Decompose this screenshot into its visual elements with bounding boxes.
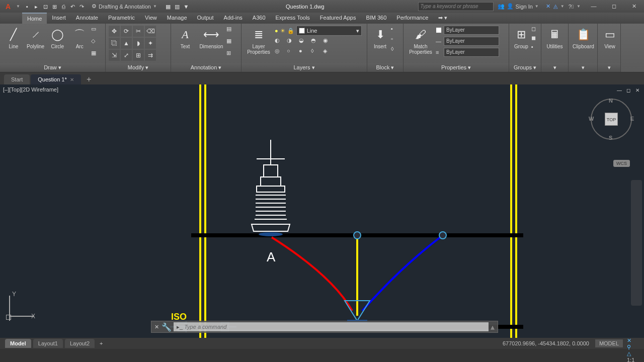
layout-model[interactable]: Model bbox=[5, 339, 31, 348]
layout-1[interactable]: Layout1 bbox=[33, 339, 63, 348]
linetype-select[interactable]: ByLayer bbox=[444, 48, 499, 57]
drawing-canvas[interactable]: [–][Top][2D Wireframe] — ◻ ✕ bbox=[0, 84, 644, 338]
help-icon[interactable]: ?⃝ bbox=[569, 4, 574, 10]
tab-manage[interactable]: Manage bbox=[162, 13, 192, 24]
new-icon[interactable]: ▪ bbox=[23, 3, 31, 11]
panel-clipboard-title[interactable]: ▾ bbox=[569, 63, 597, 72]
tab-addins[interactable]: Add-ins bbox=[219, 13, 248, 24]
layer-mini-1[interactable]: ◐ bbox=[275, 37, 284, 46]
app-menu-dropdown[interactable]: ▼ bbox=[16, 4, 21, 9]
vp-close-icon[interactable]: ✕ bbox=[634, 87, 641, 95]
draw-mini-3[interactable]: ▦ bbox=[91, 50, 102, 61]
viewcube-top[interactable]: TOP bbox=[605, 113, 618, 126]
layer-mini-6[interactable]: ◎ bbox=[275, 48, 284, 57]
offset-icon[interactable]: ⇉ bbox=[145, 50, 156, 61]
tab-express[interactable]: Express Tools bbox=[271, 13, 315, 24]
layer-mini-5[interactable]: ◉ bbox=[323, 37, 332, 46]
viewport-label[interactable]: [–][Top][2D Wireframe] bbox=[3, 86, 58, 93]
3d-toggle[interactable]: △ bbox=[627, 350, 644, 357]
viewcube[interactable]: TOP N S E W bbox=[589, 97, 634, 142]
workspace-switcher[interactable]: ⚙ Drafting & Annotation ▼ bbox=[88, 3, 162, 10]
saveas-icon[interactable]: ⊞ bbox=[50, 3, 58, 11]
close-tab-icon[interactable]: ✕ bbox=[70, 77, 74, 82]
panel-properties-title[interactable]: Properties ▾ bbox=[404, 63, 509, 72]
viewcube-w[interactable]: W bbox=[589, 116, 594, 122]
anno-mini-2[interactable]: ▦ bbox=[226, 38, 237, 49]
block-mini-1[interactable]: ▪ bbox=[391, 26, 400, 35]
cmdline-history-icon[interactable]: ▴ bbox=[491, 322, 498, 332]
tab-annotate[interactable]: Annotate bbox=[71, 13, 103, 24]
block-mini-2[interactable]: ▫ bbox=[391, 36, 400, 45]
layer-mini-7[interactable]: ○ bbox=[287, 48, 296, 57]
panel-block-title[interactable]: Block ▾ bbox=[367, 63, 403, 72]
lineweight-select[interactable]: ByLayer bbox=[444, 37, 499, 46]
dimension-tool[interactable]: ⟷Dimension bbox=[197, 26, 225, 50]
command-input[interactable]: ▸_ Type a command bbox=[174, 322, 489, 331]
signin-link[interactable]: Sign In bbox=[516, 4, 533, 10]
panel-layers-title[interactable]: Layers ▾ bbox=[242, 63, 367, 72]
layer-mini-2[interactable]: ◑ bbox=[287, 37, 296, 46]
arc-tool[interactable]: ⌒Arc bbox=[69, 26, 90, 50]
polyline-tool[interactable]: ⟋Polyline bbox=[25, 26, 46, 50]
tab-extra[interactable]: ➡ ▾ bbox=[433, 13, 452, 24]
tab-output[interactable]: Output bbox=[192, 13, 219, 24]
match-properties-tool[interactable]: 🖌Match Properties bbox=[407, 26, 435, 56]
layer-mini-9[interactable]: ◊ bbox=[311, 48, 320, 57]
line-tool[interactable]: ╱Line bbox=[3, 26, 24, 50]
sun-icon[interactable]: ☀ bbox=[280, 28, 285, 34]
open-icon[interactable]: ▸ bbox=[32, 3, 40, 11]
panel-draw-title[interactable]: Draw ▾ bbox=[0, 63, 105, 72]
tab-bim360[interactable]: BIM 360 bbox=[361, 13, 391, 24]
vp-maximize-icon[interactable]: ◻ bbox=[625, 87, 632, 95]
tab-view[interactable]: View bbox=[140, 13, 162, 24]
scale-icon[interactable]: ⤢ bbox=[121, 50, 132, 61]
iso-toggle[interactable]: ✕ bbox=[627, 337, 644, 344]
move-icon[interactable]: ✥ bbox=[109, 26, 120, 37]
group-mini-3[interactable]: ▪ bbox=[531, 44, 539, 52]
tab-insert[interactable]: Insert bbox=[47, 13, 71, 24]
group-tool[interactable]: ⊞Group bbox=[512, 26, 530, 50]
qat-icon-1[interactable]: ▦ bbox=[164, 3, 172, 11]
space-toggle[interactable]: MODEL bbox=[595, 339, 623, 347]
layer-mini-10[interactable]: ◈ bbox=[323, 48, 332, 57]
qat-icon-2[interactable]: ▥ bbox=[173, 3, 181, 11]
command-line[interactable]: ✕ 🔧 ▸_ Type a command ▴ bbox=[151, 321, 498, 333]
bulb-icon[interactable]: ● bbox=[275, 28, 278, 34]
wcs-badge[interactable]: WCS bbox=[613, 160, 630, 167]
layer-dropdown[interactable]: Line▾ bbox=[296, 26, 362, 36]
add-layout-button[interactable]: + bbox=[97, 340, 106, 346]
cmdline-config-icon[interactable]: 🔧 bbox=[162, 322, 172, 332]
copy-icon[interactable]: ⿻ bbox=[109, 38, 120, 49]
close-button[interactable]: ✕ bbox=[624, 0, 644, 13]
app-logo[interactable]: A bbox=[2, 1, 14, 12]
stretch-icon[interactable]: ⇲ bbox=[109, 50, 120, 61]
erase-icon[interactable]: ⌫ bbox=[145, 26, 156, 37]
trim-icon[interactable]: ✂ bbox=[133, 26, 144, 37]
save-icon[interactable]: ⊡ bbox=[41, 3, 49, 11]
block-mini-3[interactable]: ◊ bbox=[391, 46, 400, 55]
circle-tool[interactable]: ◯Circle bbox=[47, 26, 68, 50]
viewcube-s[interactable]: S bbox=[609, 135, 612, 141]
start-tab[interactable]: Start bbox=[4, 74, 30, 84]
tab-home[interactable]: Home bbox=[22, 13, 47, 24]
layer-mini-4[interactable]: ◓ bbox=[311, 37, 320, 46]
qat-dropdown[interactable]: ▼ bbox=[182, 3, 190, 11]
panel-modify-title[interactable]: Modify ▾ bbox=[106, 63, 171, 72]
a360-icon[interactable]: ◬ bbox=[553, 3, 557, 10]
tab-parametric[interactable]: Parametric bbox=[103, 13, 140, 24]
panel-annotation-title[interactable]: Annotation ▾ bbox=[171, 63, 241, 72]
panel-utilities-title[interactable]: ▾ bbox=[541, 63, 568, 72]
explode-icon[interactable]: ✦ bbox=[145, 38, 156, 49]
dyn-toggle[interactable]: 1:1 bbox=[627, 357, 644, 362]
text-tool[interactable]: AText bbox=[174, 26, 196, 50]
print-icon[interactable]: ⎙ bbox=[59, 3, 67, 11]
maximize-button[interactable]: ◻ bbox=[604, 0, 624, 13]
utilities-tool[interactable]: 🖩Utilities bbox=[544, 26, 565, 50]
vp-minimize-icon[interactable]: — bbox=[616, 87, 623, 95]
rotate-icon[interactable]: ⟳ bbox=[121, 26, 132, 37]
lock-icon[interactable]: 🔒 bbox=[287, 28, 294, 34]
add-tab-button[interactable]: + bbox=[84, 74, 94, 84]
undo-icon[interactable]: ↶ bbox=[68, 3, 76, 11]
clipboard-tool[interactable]: 📋Clipboard bbox=[572, 26, 595, 50]
group-mini-1[interactable]: ◻ bbox=[531, 26, 539, 34]
